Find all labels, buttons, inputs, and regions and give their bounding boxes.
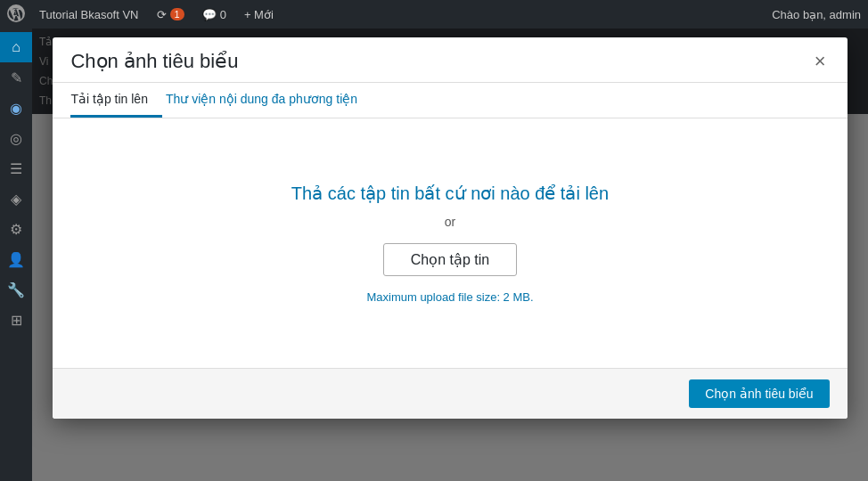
sidebar-icon-comments[interactable]: ☰ — [0, 153, 32, 183]
wp-logo-icon[interactable] — [7, 4, 25, 25]
sidebar-icon-posts[interactable]: ✎ — [0, 62, 32, 93]
sidebar: ⌂ ✎ ◉ ◎ ☰ ◈ ⚙ 👤 🔧 ⊞ — [0, 29, 32, 481]
sidebar-icon-users[interactable]: 👤 — [0, 244, 32, 274]
modal-body: Thả các tập tin bất cứ nơi nào để tải lê… — [53, 118, 847, 368]
modal-tabs: Tải tập tin lên Thư viện nội dung đa phư… — [53, 83, 847, 118]
drop-zone-text: Thả các tập tin bất cứ nơi nào để tải lê… — [291, 183, 609, 204]
modal-dialog: Chọn ảnh tiêu biểu × Tải tập tin lên Thư… — [53, 37, 847, 419]
tab-library[interactable]: Thư viện nội dung đa phương tiện — [166, 83, 372, 118]
choose-file-button[interactable]: Chọn tập tin — [383, 243, 517, 276]
modal-close-button[interactable]: × — [811, 50, 830, 73]
or-separator: or — [445, 215, 455, 229]
content-area: Tả Vi Ch Th Chọn ảnh tiêu biểu × Tải tập… — [32, 29, 868, 481]
sidebar-icon-tools[interactable]: 🔧 — [0, 274, 32, 305]
file-size-note: Maximum upload file size: 2 MB. — [366, 290, 533, 304]
sidebar-icon-pages[interactable]: ◎ — [0, 123, 32, 153]
modal-footer: Chọn ảnh tiêu biểu — [53, 368, 847, 419]
modal-header: Chọn ảnh tiêu biểu × — [53, 37, 847, 83]
modal-title: Chọn ảnh tiêu biểu — [70, 50, 238, 73]
sidebar-icon-plugins[interactable]: ⚙ — [0, 214, 32, 244]
admin-bar-left: Tutorial Bkasoft VN ⟳ 1 💬 0 + Mới — [7, 4, 772, 25]
greeting: Chào bạn, admin — [772, 8, 861, 21]
sidebar-icon-settings[interactable]: ⊞ — [0, 305, 32, 335]
admin-bar: Tutorial Bkasoft VN ⟳ 1 💬 0 + Mới Chào b… — [0, 0, 868, 29]
site-name[interactable]: Tutorial Bkasoft VN — [36, 8, 143, 21]
sidebar-icon-home[interactable]: ⌂ — [0, 32, 32, 62]
update-count[interactable]: ⟳ 1 — [153, 8, 188, 21]
sidebar-icon-appearance[interactable]: ◈ — [0, 183, 32, 214]
sidebar-icon-media[interactable]: ◉ — [0, 93, 32, 123]
comment-count[interactable]: 💬 0 — [199, 8, 230, 21]
new-button[interactable]: + Mới — [241, 8, 277, 21]
main-layout: ⌂ ✎ ◉ ◎ ☰ ◈ ⚙ 👤 🔧 ⊞ Tả Vi Ch Th Chọn ảnh… — [0, 29, 868, 481]
modal-overlay: Chọn ảnh tiêu biểu × Tải tập tin lên Thư… — [32, 29, 868, 481]
tab-upload[interactable]: Tải tập tin lên — [70, 83, 161, 118]
select-image-button[interactable]: Chọn ảnh tiêu biểu — [689, 379, 829, 408]
